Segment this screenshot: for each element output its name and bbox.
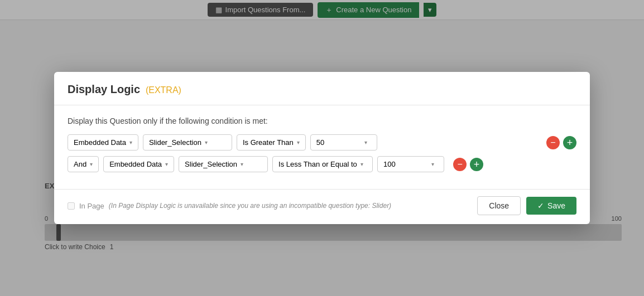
row2-field-label: Slider_Selection xyxy=(185,160,237,168)
row2-type-select[interactable]: Embedded Data ▾ xyxy=(103,156,174,172)
row1-value-input[interactable]: ▾ xyxy=(310,134,377,151)
row1-remove-button[interactable]: − xyxy=(546,136,560,149)
modal-body: Display this Question only if the follow… xyxy=(54,105,590,189)
row2-operator-select[interactable]: Is Less Than or Equal to ▾ xyxy=(272,156,373,172)
modal-header: Display Logic (EXTRA) xyxy=(54,72,590,105)
modal-overlay: Display Logic (EXTRA) Display this Quest… xyxy=(0,0,644,296)
modal-footer: In Page (In Page Display Logic is unavai… xyxy=(54,189,590,224)
modal-dialog: Display Logic (EXTRA) Display this Quest… xyxy=(54,72,590,224)
row1-add-button[interactable]: + xyxy=(563,136,576,149)
row2-field-arrow: ▾ xyxy=(241,161,243,167)
close-button[interactable]: Close xyxy=(477,196,521,215)
row2-type-label: Embedded Data xyxy=(109,160,162,168)
save-label: Save xyxy=(547,201,565,210)
in-page-checkbox[interactable] xyxy=(68,202,75,210)
in-page-note: (In Page Display Logic is unavailable si… xyxy=(109,202,391,210)
footer-buttons: Close ✓ Save xyxy=(477,196,576,215)
modal-title: Display Logic xyxy=(68,83,140,95)
row1-operator-select[interactable]: Is Greater Than ▾ xyxy=(237,134,306,151)
row1-value-arrow: ▾ xyxy=(364,139,367,145)
row2-remove-button[interactable]: − xyxy=(453,158,467,171)
row1-type-label: Embedded Data xyxy=(74,138,126,147)
row1-type-select[interactable]: Embedded Data ▾ xyxy=(68,134,138,151)
row1-operator-arrow: ▾ xyxy=(297,139,300,145)
condition-row-1: Embedded Data ▾ Slider_Selection ▾ Is Gr… xyxy=(68,134,576,151)
row2-conjunction-label: And xyxy=(74,160,86,168)
in-page-label-text: In Page xyxy=(79,202,104,210)
row2-type-arrow: ▾ xyxy=(165,161,168,167)
row1-value-field[interactable] xyxy=(316,138,361,147)
row2-value-arrow: ▾ xyxy=(431,161,434,167)
row1-operator-label: Is Greater Than xyxy=(243,138,294,147)
row2-field-select[interactable]: Slider_Selection ▾ xyxy=(179,156,268,172)
row2-conjunction-select[interactable]: And ▾ xyxy=(68,156,99,172)
row2-actions: − + xyxy=(453,158,483,171)
row2-operator-label: Is Less Than or Equal to xyxy=(278,160,357,168)
condition-row-2: And ▾ Embedded Data ▾ Slider_Selection ▾… xyxy=(68,156,576,172)
save-button[interactable]: ✓ Save xyxy=(526,197,576,215)
checkmark-icon: ✓ xyxy=(537,201,544,210)
row1-type-arrow: ▾ xyxy=(129,139,132,145)
row2-value-field[interactable] xyxy=(383,160,428,168)
row2-conjunction-arrow: ▾ xyxy=(90,161,93,167)
row2-operator-arrow: ▾ xyxy=(361,161,363,167)
row1-field-arrow: ▾ xyxy=(205,139,208,145)
row1-field-label: Slider_Selection xyxy=(149,138,201,147)
row1-field-select[interactable]: Slider_Selection ▾ xyxy=(143,134,232,151)
row2-value-input[interactable]: ▾ xyxy=(377,156,444,172)
row2-add-button[interactable]: + xyxy=(470,158,483,171)
in-page-section: In Page (In Page Display Logic is unavai… xyxy=(68,202,391,210)
modal-title-extra: (EXTRA) xyxy=(146,85,181,95)
condition-label: Display this Question only if the follow… xyxy=(68,117,576,125)
row1-actions: − + xyxy=(546,136,576,149)
